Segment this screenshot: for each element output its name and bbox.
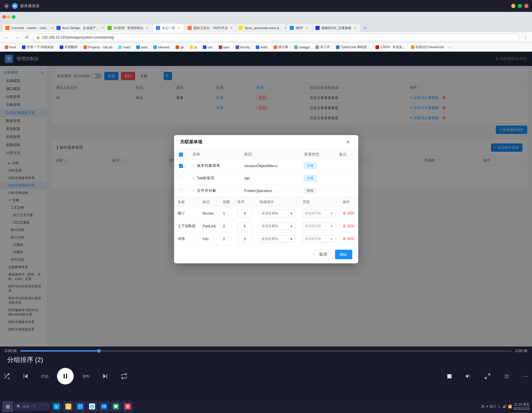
row1-checkbox[interactable] bbox=[179, 176, 183, 180]
bookmark-design[interactable]: 设计师 bbox=[271, 44, 291, 50]
taskbar-clock[interactable]: 11:16 周五 2022/11/10 bbox=[513, 402, 530, 411]
window-minimize-btn[interactable] bbox=[511, 4, 515, 8]
window-close-btn[interactable] bbox=[524, 4, 528, 8]
lower-row2-shortcut-select[interactable]: 是否设置快... ▼ bbox=[260, 235, 295, 243]
bookmark-element[interactable]: element bbox=[151, 44, 172, 50]
lower-row2-sort-input[interactable] bbox=[237, 235, 252, 243]
row2-expand-icon[interactable]: + bbox=[192, 188, 195, 193]
bookmark-npm[interactable]: npm bbox=[216, 44, 232, 50]
taskbar-app-ie[interactable]: e bbox=[51, 401, 62, 412]
bookmark-chatgpt[interactable]: chatgpt bbox=[292, 44, 312, 50]
bookmark-csdn[interactable]: CSDN · 专业发... bbox=[373, 44, 407, 50]
taskbar-search[interactable]: 🔍 搜索一下 bbox=[14, 402, 50, 411]
bookmark-translate[interactable]: 百度翻译 bbox=[57, 44, 80, 50]
progress-bar[interactable] bbox=[20, 350, 512, 352]
tab-mdp[interactable]: MDP ✕ bbox=[287, 24, 312, 32]
forward-btn[interactable]: → bbox=[12, 33, 21, 42]
taskbar-app-wps[interactable]: W bbox=[122, 401, 133, 412]
tab-close-2[interactable]: ✕ bbox=[145, 26, 149, 30]
shuffle-btn[interactable] bbox=[0, 370, 13, 383]
tab-xx[interactable]: XX管理 - 管理控制台 ✕ bbox=[105, 24, 152, 32]
window-maximize-btn[interactable] bbox=[518, 4, 522, 8]
select-all-checkbox[interactable]: ✓ bbox=[179, 153, 183, 157]
extensions-btn[interactable]: ⋮ bbox=[521, 33, 530, 42]
taskbar-app-chrome[interactable]: 🌐 bbox=[87, 401, 97, 412]
more-btn[interactable]: ⋯ bbox=[519, 370, 532, 383]
tab-label-0: Commits · master · coril... bbox=[11, 26, 48, 30]
lower-row2-delete-btn[interactable]: 🗑 移除 bbox=[343, 236, 355, 241]
tab-wenxin[interactable]: 文心一言 ✕ bbox=[153, 24, 184, 32]
taskbar-app-files[interactable]: 📁 bbox=[63, 401, 74, 412]
tab-close-7[interactable]: ✕ bbox=[353, 26, 357, 30]
loop-btn[interactable] bbox=[118, 370, 131, 383]
tab-tapd[interactable]: 我的工作台 - TAPD平台 ✕ bbox=[184, 24, 235, 32]
bookmark-js[interactable]: js bbox=[187, 44, 199, 50]
bookmark-front[interactable]: front bbox=[2, 44, 18, 50]
tab-commits[interactable]: Commits · master · coril... ✕ bbox=[2, 24, 53, 32]
tab-close-3[interactable]: ✕ bbox=[177, 26, 181, 30]
row2-checkbox[interactable] bbox=[179, 188, 183, 192]
taskbar-app-security[interactable]: 🛡 bbox=[75, 401, 86, 412]
play-pause-btn[interactable] bbox=[57, 368, 74, 384]
row1-expand-icon[interactable]: + bbox=[192, 176, 195, 180]
taskbar-app-vscode[interactable]: VS bbox=[99, 401, 109, 412]
tab-favicon-4 bbox=[187, 26, 192, 30]
bookmark-formily[interactable]: formily bbox=[233, 44, 252, 50]
lower-row0-shortcut-select[interactable]: 是否设置快... ▼ bbox=[260, 210, 295, 217]
refresh-btn[interactable]: ↺ bbox=[23, 33, 31, 42]
bookmark-css[interactable]: css bbox=[201, 44, 215, 50]
tab-gif[interactable]: 视频转GIF_百度搜索 ✕ bbox=[312, 24, 360, 32]
skip-back-btn[interactable]: ↺10 bbox=[38, 370, 51, 383]
start-menu-btn[interactable]: ⊞ bbox=[2, 401, 13, 412]
prev-btn[interactable] bbox=[19, 370, 32, 383]
lower-col-group: 组数 bbox=[220, 197, 234, 207]
bookmark-baidu[interactable]: 百度一下·你就知道 bbox=[20, 44, 56, 50]
next-btn[interactable] bbox=[99, 370, 112, 383]
bookmark-antd[interactable]: antd bbox=[134, 44, 150, 50]
taskbar-network-icon[interactable]: 📶 bbox=[508, 405, 512, 409]
address-box[interactable]: 🔒 192.168.10.220/plm/app/system-console/… bbox=[33, 34, 520, 41]
volume-btn[interactable] bbox=[462, 370, 475, 383]
tab-sjure[interactable]: Sjure_javascript.react.a... ✕ bbox=[236, 24, 286, 32]
bookmark-non-work[interactable]: 非工作 bbox=[313, 44, 332, 50]
bookmark-favicon-9 bbox=[203, 45, 206, 49]
bookmark-gitlab[interactable]: Projects · GitLab bbox=[81, 44, 115, 50]
lower-row1-delete-btn[interactable]: 🗑 移除 bbox=[343, 224, 355, 229]
lower-row1-sort-input[interactable] bbox=[237, 222, 252, 230]
chrome-close-btn[interactable] bbox=[2, 15, 6, 19]
lower-row0-delete-btn[interactable]: 🗑 移除 bbox=[343, 211, 355, 216]
lower-row2-page-select[interactable]: 请选择页面 ▼ bbox=[303, 235, 335, 243]
lower-row0-sort-input[interactable] bbox=[237, 210, 252, 217]
taskbar-app-wechat[interactable]: 💬 bbox=[110, 401, 121, 412]
skip-fwd-btn[interactable]: 30↻ bbox=[80, 370, 93, 383]
dialog-close-btn[interactable]: ✕ bbox=[344, 138, 352, 146]
lower-row1-shortcut-select[interactable]: 是否设置快... ▼ bbox=[260, 222, 295, 230]
tab-close-6[interactable]: ✕ bbox=[305, 26, 309, 30]
tab-arco[interactable]: Arco Design · 企业级产... ✕ bbox=[53, 24, 104, 32]
back-btn[interactable]: ← bbox=[2, 33, 11, 42]
dialog-cancel-btn[interactable]: 取消 bbox=[314, 250, 332, 259]
tab-close-1[interactable]: ✕ bbox=[100, 26, 105, 30]
row0-checkbox[interactable]: ✓ bbox=[179, 164, 183, 168]
row2-id: FolderOperation bbox=[239, 184, 299, 197]
row0-expand-icon[interactable]: + bbox=[192, 163, 195, 168]
dialog-confirm-btn[interactable]: 确认 bbox=[335, 250, 352, 259]
new-tab-btn[interactable]: + bbox=[361, 24, 369, 32]
bookmark-git[interactable]: git bbox=[173, 44, 186, 50]
chrome-min-btn[interactable] bbox=[7, 15, 11, 19]
time-total: 0:00:38 bbox=[515, 349, 527, 353]
lower-row1-page-select[interactable]: 请选择页面 ▼ bbox=[303, 222, 335, 230]
subtitle-btn[interactable]: ⬜ bbox=[443, 370, 456, 383]
taskbar-volume-icon[interactable]: 🔊 bbox=[503, 405, 507, 409]
bookmarks-more[interactable]: » bbox=[449, 45, 451, 49]
mini-player-btn[interactable]: ⊡ bbox=[500, 370, 513, 383]
progress-thumb[interactable] bbox=[97, 349, 101, 353]
lower-row0-page-select[interactable]: 请选择页面 ▼ bbox=[303, 210, 335, 217]
tab-close-4[interactable]: ✕ bbox=[230, 26, 234, 30]
bookmark-antv[interactable]: AntV bbox=[253, 44, 270, 50]
fullscreen-btn[interactable] bbox=[481, 370, 494, 383]
bookmark-jsrun[interactable]: 在线运行JavaScript bbox=[408, 44, 446, 50]
chrome-max-btn[interactable] bbox=[12, 15, 15, 19]
bookmark-ts[interactable]: TypeScript 基础里... bbox=[334, 44, 372, 50]
bookmark-react[interactable]: react bbox=[116, 44, 132, 50]
